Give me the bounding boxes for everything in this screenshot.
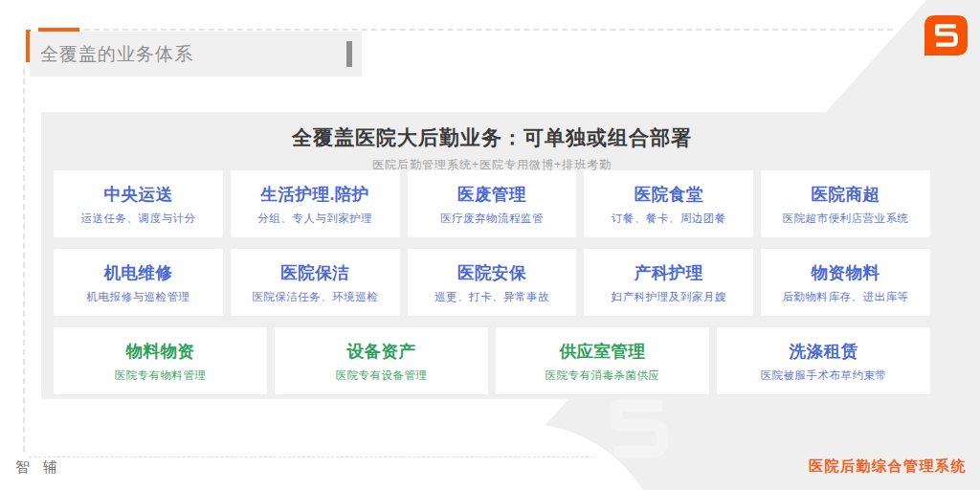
service-card-subtitle: 医院专有消毒杀菌供应 xyxy=(546,368,660,383)
service-card-subtitle: 医院被服手术布草约束带 xyxy=(761,368,887,383)
service-card-subtitle: 妇产科护理及到家月嫂 xyxy=(612,290,726,304)
service-card-canteen: 医院食堂 订餐、餐卡、周边团餐 xyxy=(584,170,753,237)
dashed-line-bottom xyxy=(29,457,593,457)
service-card-subtitle: 巡更、打卡、异常事故 xyxy=(434,290,549,304)
service-row-3: 物料物资 医院专有物料管理 设备资产 医院专有设备管理 供应室管理 医院专有消毒… xyxy=(54,327,930,394)
service-card-title: 机电维修 xyxy=(103,261,172,284)
service-card-obstetric-care: 产科护理 妇产科护理及到家月嫂 xyxy=(584,249,753,316)
footer-system-name: 医院后勤综合管理系统 xyxy=(809,457,967,476)
service-card-title: 物料物资 xyxy=(126,340,195,363)
service-card-equipment-assets: 设备资产 医院专有设备管理 xyxy=(275,327,488,394)
service-card-subtitle: 医疗废弃物流程监管 xyxy=(440,212,544,226)
service-card-title: 医废管理 xyxy=(457,183,526,206)
service-card-supply-room: 供应室管理 医院专有消毒杀菌供应 xyxy=(496,327,709,394)
service-card-subtitle: 分组、专人与到家护理 xyxy=(257,212,372,226)
service-card-title: 产科护理 xyxy=(635,261,703,284)
slide: 全覆盖的业务体系 全覆盖医院大后勤业务：可单独或组合部署 医院后勤管理系统+医院… xyxy=(0,0,980,490)
footer-brand-name: 智 辅 xyxy=(15,458,62,477)
brand-logo-icon xyxy=(924,15,968,56)
service-row-2: 机电维修 机电报修与巡检管理 医院保洁 医院保洁任务、环境巡检 医院安保 巡更、… xyxy=(54,249,930,316)
service-row-1: 中央运送 运送任务、调度与计分 生活护理.陪护 分组、专人与到家护理 医废管理 … xyxy=(54,170,930,237)
service-card-title: 供应室管理 xyxy=(560,340,646,363)
section-title: 全覆盖的业务体系 xyxy=(30,32,362,77)
service-card-subtitle: 医院专有设备管理 xyxy=(336,368,428,383)
service-card-title: 洗涤租赁 xyxy=(790,340,858,363)
service-card-grid: 中央运送 运送任务、调度与计分 生活护理.陪护 分组、专人与到家护理 医废管理 … xyxy=(54,170,930,406)
service-card-security: 医院安保 巡更、打卡、异常事故 xyxy=(408,249,577,316)
service-card-title: 医院安保 xyxy=(457,261,526,284)
service-card-subtitle: 医院超市便利店营业系统 xyxy=(783,212,909,226)
service-card-subtitle: 医院专有物料管理 xyxy=(115,368,207,383)
service-card-title: 物资物料 xyxy=(812,261,880,284)
service-card-supermarket: 医院商超 医院超市便利店营业系统 xyxy=(761,170,930,237)
service-card-electromechanical: 机电维修 机电报修与巡检管理 xyxy=(54,249,223,316)
panel-title: 全覆盖医院大后勤业务：可单独或组合部署 xyxy=(41,124,943,151)
service-card-central-transport: 中央运送 运送任务、调度与计分 xyxy=(54,170,223,237)
service-card-title: 医院商超 xyxy=(812,183,880,206)
service-card-subtitle: 运送任务、调度与计分 xyxy=(80,212,195,226)
service-card-life-care: 生活护理.陪护 分组、专人与到家护理 xyxy=(231,170,400,237)
service-card-title: 生活护理.陪护 xyxy=(261,183,369,206)
service-card-cleaning: 医院保洁 医院保洁任务、环境巡检 xyxy=(231,249,400,316)
title-caret xyxy=(346,41,352,67)
service-card-materials-inventory: 物资物料 后勤物料库存、进出库等 xyxy=(761,249,930,316)
service-card-subtitle: 订餐、餐卡、周边团餐 xyxy=(612,212,726,226)
service-card-title: 医院保洁 xyxy=(280,261,349,284)
service-card-subtitle: 后勤物料库存、进出库等 xyxy=(783,290,909,304)
dashed-line-top xyxy=(84,29,893,31)
service-card-medical-waste: 医废管理 医疗废弃物流程监管 xyxy=(408,170,577,237)
service-card-laundry-rental: 洗涤租赁 医院被服手术布草约束带 xyxy=(717,327,930,394)
dashed-line-left xyxy=(23,69,25,452)
section-title-box: 全覆盖的业务体系 xyxy=(30,32,362,77)
service-card-subtitle: 医院保洁任务、环境巡检 xyxy=(252,290,378,304)
service-card-title: 中央运送 xyxy=(103,183,172,206)
service-card-title: 设备资产 xyxy=(347,340,416,363)
services-panel: 全覆盖医院大后勤业务：可单独或组合部署 医院后勤管理系统+医院专用微博+排班考勤… xyxy=(41,112,943,399)
service-card-hospital-materials: 物料物资 医院专有物料管理 xyxy=(54,327,267,394)
service-card-title: 医院食堂 xyxy=(635,183,703,206)
service-card-subtitle: 机电报修与巡检管理 xyxy=(86,290,189,304)
